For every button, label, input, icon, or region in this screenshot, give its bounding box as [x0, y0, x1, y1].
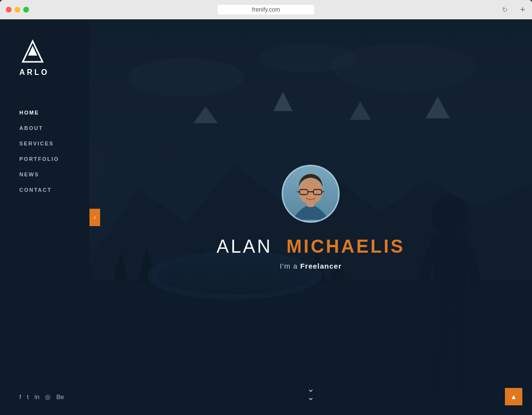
person-silhouette: [397, 172, 503, 415]
traffic-lights: [6, 7, 29, 13]
fullscreen-button[interactable]: [23, 7, 29, 13]
scroll-down-indicator[interactable]: ⌄ ⌄: [307, 386, 314, 401]
address-bar[interactable]: frenify.com: [218, 5, 314, 14]
avatar: [282, 165, 340, 223]
nav-item-services[interactable]: SERVICES: [0, 137, 89, 150]
nav-item-about[interactable]: ABOUT: [0, 121, 89, 135]
browser-chrome: frenify.com ↻ +: [0, 0, 532, 19]
linkedin-icon[interactable]: in: [34, 393, 39, 401]
sidebar-social: f t in ◎ Be: [19, 393, 64, 401]
minimize-button[interactable]: [15, 7, 20, 13]
nav-item-portfolio[interactable]: PORTFOLIO: [0, 152, 89, 166]
main-content: ALAN MICHAELIS I'm a Freelancer ⌄ ⌄ ▲: [89, 19, 532, 415]
reload-icon[interactable]: ↻: [502, 6, 508, 14]
instagram-icon[interactable]: ◎: [45, 393, 50, 401]
slider-prev-button[interactable]: ‹: [89, 209, 100, 226]
behance-icon[interactable]: Be: [56, 393, 64, 401]
sidebar: ARLO HOME ABOUT SERVICES PORTFOLIO NEWS …: [0, 19, 89, 415]
arrow-up-icon: ▲: [510, 393, 517, 401]
hero-name: ALAN MICHAELIS: [217, 236, 405, 257]
svg-point-24: [431, 195, 468, 235]
nav-item-news[interactable]: NEWS: [0, 168, 89, 181]
nav-item-home[interactable]: HOME: [0, 106, 89, 119]
app-container: ARLO HOME ABOUT SERVICES PORTFOLIO NEWS …: [0, 19, 532, 415]
avatar-face: [283, 166, 339, 221]
chevron-down-icon: ⌄: [307, 386, 314, 392]
hero-content: ALAN MICHAELIS I'm a Freelancer: [217, 165, 405, 270]
nav-item-contact[interactable]: CONTACT: [0, 183, 89, 197]
chevron-down-icon-2: ⌄: [307, 394, 314, 401]
close-button[interactable]: [6, 7, 12, 13]
back-to-top-button[interactable]: ▲: [505, 388, 522, 405]
facebook-icon[interactable]: f: [19, 393, 21, 401]
twitter-icon[interactable]: t: [27, 393, 29, 401]
logo-icon: [19, 39, 46, 65]
logo-text[interactable]: ARLO: [19, 68, 49, 77]
logo-area: ARLO: [0, 19, 89, 96]
add-tab-icon[interactable]: +: [520, 5, 525, 14]
nav-menu: HOME ABOUT SERVICES PORTFOLIO NEWS CONTA…: [0, 96, 89, 206]
hero-subtitle: I'm a Freelancer: [280, 262, 341, 270]
